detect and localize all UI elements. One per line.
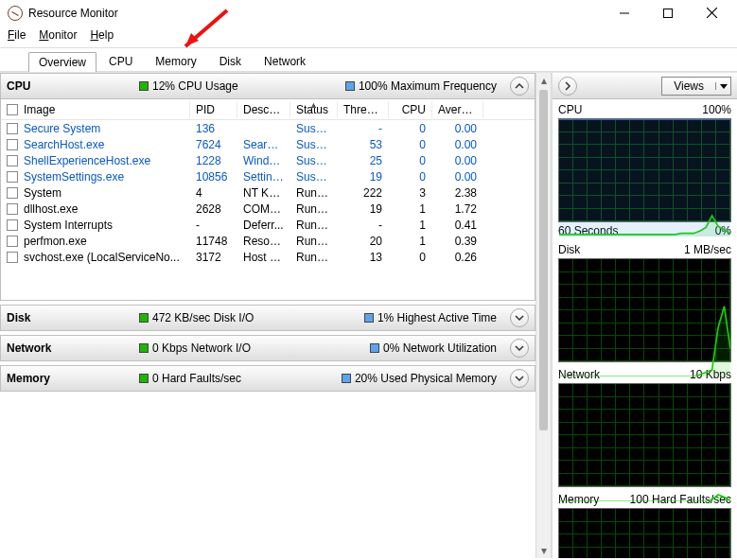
row-image: svchost.exe (LocalServiceNo... [24,251,180,264]
row-image: Secure System [24,122,100,135]
tab-cpu[interactable]: CPU [98,51,143,71]
chart-scale: 100% [702,103,731,116]
section-bar-network[interactable]: Network 0 Kbps Network I/O 0% Network Ut… [0,335,535,361]
close-button[interactable] [690,0,733,26]
select-all-checkbox[interactable] [7,104,18,115]
col-status[interactable]: ▲ Status [290,101,338,118]
row-threads: - [338,217,389,234]
row-avg: 0.41 [432,217,483,234]
scroll-down-icon[interactable]: ▾ [536,543,551,558]
views-label: Views [662,79,715,93]
row-cpu: 1 [389,217,432,234]
row-desc: Search... [237,136,290,153]
row-threads: 25 [338,152,389,169]
row-cpu: 1 [389,233,432,250]
tab-memory[interactable]: Memory [145,51,206,71]
chart-grid [558,118,731,222]
collapse-charts-button[interactable] [558,77,577,96]
row-avg: 1.72 [432,201,483,218]
collapse-cpu-button[interactable] [510,77,529,96]
section-bar-cpu[interactable]: CPU 12% CPU Usage 100% Maximum Frequency [0,73,535,99]
col-cpu[interactable]: CPU [389,101,432,118]
table-row[interactable]: SearchHost.exe7624Search...Suspe...5300.… [1,136,535,152]
col-image[interactable]: Image [24,103,55,116]
tab-network[interactable]: Network [254,51,316,71]
net-io-swatch [139,343,149,353]
views-button[interactable]: Views [661,77,731,96]
row-cpu: 0 [389,152,432,169]
row-desc: Windo... [237,152,290,169]
menu-file[interactable]: File [8,28,26,42]
charts-pane[interactable]: Views CPU100%60 Seconds0%Disk1 MB/secNet… [552,73,737,558]
row-checkbox[interactable] [7,219,18,231]
row-desc [237,127,290,131]
chart-disk: Disk1 MB/sec [553,239,737,364]
mem-used-text: 20% Used Physical Memory [355,372,497,385]
row-pid: 4 [190,184,237,201]
chart-title: Memory [558,493,599,506]
col-avg[interactable]: Averag... [432,101,483,118]
row-checkbox[interactable] [7,155,18,166]
tab-overview[interactable]: Overview [28,52,97,72]
menu-help[interactable]: Help [90,28,114,42]
tab-disk[interactable]: Disk [209,51,252,71]
row-status: Runni... [290,249,338,266]
table-row[interactable]: dllhost.exe2628COM S...Runni...1911.72 [1,201,535,217]
row-status: Suspe... [290,152,338,169]
section-bar-memory[interactable]: Memory 0 Hard Faults/sec 20% Used Physic… [0,365,535,392]
col-threads[interactable]: Threads [338,101,389,118]
section-title-network: Network [7,341,139,355]
row-cpu: 0 [389,168,432,185]
process-table: Image PID Descrip... ▲ Status Threads CP… [0,99,535,301]
row-threads: 222 [338,184,389,201]
views-dropdown-icon[interactable] [715,82,730,90]
section-title-cpu: CPU [7,79,139,93]
row-desc: NT Ker... [237,184,290,201]
row-checkbox[interactable] [7,171,18,183]
row-checkbox[interactable] [7,123,18,134]
row-checkbox[interactable] [7,203,18,215]
col-descrip[interactable]: Descrip... [237,101,290,118]
mem-faults-swatch [139,374,149,383]
row-pid: 136 [190,120,237,137]
left-scrollbar[interactable]: ▴ ▾ [535,73,551,558]
minimize-button[interactable] [603,0,646,26]
table-row[interactable]: System4NT Ker...Runni...22232.38 [1,184,535,201]
menu-monitor[interactable]: Monitor [39,28,77,42]
chart-memory: Memory100 Hard Faults/sec [553,489,737,558]
app-icon [8,6,23,21]
table-row[interactable]: SystemSettings.exe10856SettingsSuspe...1… [1,168,535,184]
row-checkbox[interactable] [7,187,18,199]
maximize-button[interactable] [646,0,690,26]
table-row[interactable]: svchost.exe (LocalServiceNo...3172Host P… [1,249,535,265]
col-pid[interactable]: PID [190,101,237,118]
row-threads: 20 [338,233,389,250]
expand-memory-button[interactable] [510,369,529,388]
scroll-up-icon[interactable]: ▴ [536,73,551,88]
row-checkbox[interactable] [7,236,18,247]
table-row[interactable]: Secure System136Suspe...-00.00 [1,120,535,136]
chart-scale: 100 Hard Faults/sec [630,493,731,506]
sort-indicator-icon: ▲ [309,101,318,110]
row-desc: Deferr... [237,217,290,234]
table-row[interactable]: System Interrupts-Deferr...Runni...-10.4… [1,217,535,233]
row-cpu: 3 [389,184,432,201]
row-checkbox[interactable] [7,139,18,150]
process-table-header[interactable]: Image PID Descrip... ▲ Status Threads CP… [1,99,535,120]
expand-network-button[interactable] [510,339,529,358]
disk-active-text: 1% Highest Active Time [377,311,497,324]
row-desc: Settings [237,168,290,185]
row-checkbox[interactable] [7,252,18,263]
net-io-text: 0 Kbps Network I/O [152,341,251,355]
table-row[interactable]: perfmon.exe11748Resour...Runni...2010.39 [1,233,535,249]
row-avg: 0.26 [432,249,483,266]
chart-grid [558,508,731,558]
row-pid: 10856 [190,168,237,185]
row-avg: 0.00 [432,168,483,185]
table-row[interactable]: ShellExperienceHost.exe1228Windo...Suspe… [1,152,535,168]
expand-disk-button[interactable] [510,308,529,327]
row-threads: 53 [338,136,389,153]
row-threads: - [338,120,389,137]
chart-xend: 0% [715,224,731,237]
section-bar-disk[interactable]: Disk 472 KB/sec Disk I/O 1% Highest Acti… [0,305,535,331]
